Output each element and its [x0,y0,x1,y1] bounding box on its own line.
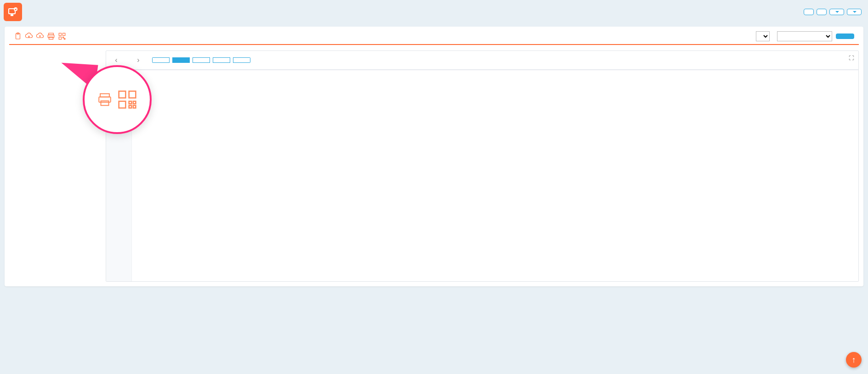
svg-rect-6 [119,91,126,98]
tools-dropdown[interactable] [829,9,844,15]
tab-timeline[interactable] [213,57,230,63]
svg-rect-5 [101,101,109,106]
location-select[interactable] [756,31,770,41]
app-logo-icon [4,3,22,21]
toolbar-icons [14,32,66,40]
svg-rect-1 [11,15,13,16]
printer-icon[interactable] [47,32,55,40]
main-card: ‹ › [5,27,863,286]
svg-rect-3 [100,94,109,97]
scheduler-toolbar: ‹ › [106,51,858,70]
printer-icon [97,92,113,107]
svg-rect-7 [129,91,136,98]
cloud-upload-icon[interactable] [36,32,44,40]
clipboard-icon[interactable] [14,32,22,40]
select-button[interactable] [836,33,854,39]
qr-zoom-callout [83,65,152,134]
svg-rect-11 [129,106,132,108]
svg-rect-17 [49,37,53,39]
svg-point-2 [14,7,17,11]
svg-rect-9 [129,101,132,104]
toolbar-row [9,31,859,45]
svg-rect-21 [63,37,64,38]
select-equipment-button[interactable] [817,9,827,15]
calendar-sidebar [9,50,101,55]
svg-rect-22 [64,39,65,39]
svg-rect-10 [133,101,136,104]
view-tabs [152,57,250,63]
svg-rect-18 [59,33,61,35]
setup-dropdown[interactable] [847,9,862,15]
svg-rect-20 [59,37,61,39]
next-button[interactable]: › [133,55,144,66]
dashboard-button[interactable] [804,9,814,15]
header-right [804,9,862,15]
switch-equipment-select[interactable] [777,31,832,41]
tab-week[interactable] [172,57,190,63]
app-header [0,0,868,24]
expand-icon[interactable] [848,55,855,62]
qr-icon [117,89,137,110]
scheduler-grid[interactable] [106,70,858,281]
tab-agenda[interactable] [233,57,250,63]
prev-button[interactable]: ‹ [111,55,122,66]
day-columns [132,70,858,281]
calendar-title [9,50,101,55]
qr-icon[interactable] [58,32,66,40]
svg-rect-8 [119,101,126,108]
tab-month[interactable] [193,57,210,63]
svg-rect-12 [133,106,136,108]
tab-day[interactable] [152,57,170,63]
scheduler: ‹ › [106,50,859,282]
favorite-equipment-row [9,45,859,50]
header-left [4,3,28,21]
cloud-download-icon[interactable] [25,32,33,40]
svg-rect-19 [63,33,65,35]
